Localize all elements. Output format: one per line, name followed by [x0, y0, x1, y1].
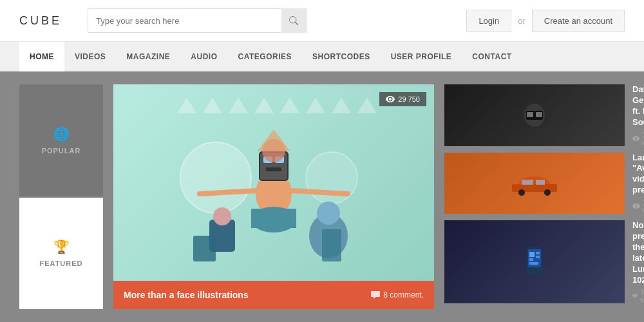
svg-point-34: [544, 189, 551, 196]
lambo-illustration: [509, 170, 560, 196]
svg-rect-44: [529, 262, 538, 265]
svg-marker-4: [280, 97, 299, 113]
header: CUBE Login or Create an account: [0, 0, 644, 42]
nav-item-audio[interactable]: AUDIO: [180, 42, 227, 71]
header-right: Login or Create an account: [466, 10, 625, 32]
related-info-0: Daft Punk – Get Lucky ft. Pharell Soundc…: [632, 84, 644, 146]
related-title-2: Nokia presents the latest Lumia 1020: [632, 220, 644, 285]
popular-label: POPULAR: [42, 147, 81, 155]
related-item-1[interactable]: Lamborghini "Aventador" video presentati…: [444, 153, 625, 214]
create-account-button[interactable]: Create an account: [532, 10, 625, 32]
svg-rect-42: [536, 256, 540, 258]
svg-rect-26: [322, 229, 341, 261]
nokia-illustration: [515, 244, 554, 279]
svg-rect-30: [527, 112, 533, 117]
svg-point-8: [180, 142, 251, 213]
globe-icon: 🌐: [53, 126, 70, 142]
related-title-0: Daft Punk – Get Lucky ft. Pharell Soundc…: [632, 84, 644, 128]
svg-marker-7: [357, 97, 377, 113]
daft-punk-illustration: [515, 99, 554, 131]
nav-item-home[interactable]: HOME: [19, 42, 64, 71]
video-caption: More than a face illustrations 8 comment…: [113, 281, 434, 309]
related-thumb-lambo: [444, 153, 625, 214]
or-text: or: [518, 16, 526, 26]
svg-marker-3: [254, 97, 274, 113]
svg-point-39: [533, 269, 536, 273]
related-item-0[interactable]: Daft Punk – Get Lucky ft. Pharell Soundc…: [444, 84, 625, 146]
search-bar: [88, 8, 307, 33]
related-thumb-nokia: [444, 220, 625, 303]
nav-item-categories[interactable]: CATEGORIES: [228, 42, 302, 71]
svg-rect-43: [529, 258, 533, 261]
svg-line-17: [200, 191, 256, 194]
related-item-2[interactable]: Nokia presents the latest Lumia 1020 13 …: [444, 220, 625, 303]
svg-rect-35: [522, 180, 533, 185]
related-title-1: Lamborghini "Aventador" video presentati…: [632, 153, 644, 196]
nav-item-videos[interactable]: VIDEOS: [64, 42, 116, 71]
svg-rect-40: [529, 252, 535, 257]
nav-item-contact[interactable]: CONTACT: [462, 42, 522, 71]
login-button[interactable]: Login: [466, 10, 511, 32]
featured-label: FEATURED: [39, 260, 82, 267]
svg-point-24: [317, 202, 340, 225]
search-button[interactable]: [281, 8, 306, 33]
related-views-1: 13 462 views: [632, 198, 644, 214]
comment-icon: [371, 291, 380, 299]
main-content: 🌐 POPULAR 🏆 FEATURED: [0, 71, 644, 322]
related-views-2: 13 268 views: [632, 288, 644, 303]
eye-icon-small: [632, 136, 639, 141]
video-title: More than a face illustrations: [124, 290, 249, 300]
svg-rect-25: [193, 236, 216, 261]
search-icon: [289, 16, 298, 25]
svg-line-18: [291, 191, 348, 194]
svg-marker-1: [203, 97, 222, 113]
nav-item-user-profile[interactable]: USER PROFILE: [381, 42, 462, 71]
svg-rect-20: [251, 209, 296, 228]
search-input[interactable]: [88, 16, 281, 26]
svg-marker-2: [229, 97, 248, 113]
main-nav: HOME VIDEOS MAGAZINE AUDIO CATEGORIES SH…: [0, 42, 644, 71]
sidebar: 🌐 POPULAR 🏆 FEATURED: [19, 84, 103, 309]
video-thumbnail: [113, 84, 434, 309]
trophy-icon: 🏆: [53, 239, 70, 254]
nav-item-magazine[interactable]: MAGAZINE: [116, 42, 180, 71]
sidebar-featured[interactable]: 🏆 FEATURED: [19, 198, 103, 310]
svg-rect-31: [536, 112, 542, 117]
related-info-2: Nokia presents the latest Lumia 1020 13 …: [632, 220, 644, 303]
comments-count: 8 comment.: [383, 290, 424, 299]
views-count: 29 750: [398, 95, 420, 103]
svg-point-9: [306, 152, 357, 204]
related-info-1: Lamborghini "Aventador" video presentati…: [632, 153, 644, 214]
eye-icon-small-2: [632, 204, 640, 209]
svg-marker-6: [332, 97, 351, 113]
nav-item-shortcodes[interactable]: SHORTCODES: [302, 42, 381, 71]
logo: CUBE: [19, 14, 62, 28]
svg-marker-0: [177, 97, 196, 113]
svg-point-33: [518, 189, 525, 196]
sidebar-popular[interactable]: 🌐 POPULAR: [19, 84, 103, 196]
svg-marker-16: [258, 129, 290, 151]
related-views-0: 13 654 views: [632, 131, 644, 146]
related-thumb-daft: [444, 84, 625, 146]
svg-rect-36: [536, 180, 545, 185]
video-illustration: [113, 84, 434, 283]
video-comments: 8 comment.: [371, 290, 424, 299]
svg-rect-41: [536, 252, 540, 254]
views-badge: 29 750: [379, 92, 426, 106]
illustration-svg: [164, 94, 383, 274]
svg-marker-5: [306, 97, 325, 113]
featured-video[interactable]: 29 750 More than a face illustrations 8 …: [113, 84, 434, 309]
related-videos: Daft Punk – Get Lucky ft. Pharell Soundc…: [444, 84, 625, 309]
eye-icon-small-3: [632, 293, 638, 298]
svg-point-22: [213, 207, 231, 225]
eye-icon: [386, 96, 395, 102]
svg-rect-32: [512, 184, 557, 192]
svg-rect-14: [266, 167, 281, 171]
